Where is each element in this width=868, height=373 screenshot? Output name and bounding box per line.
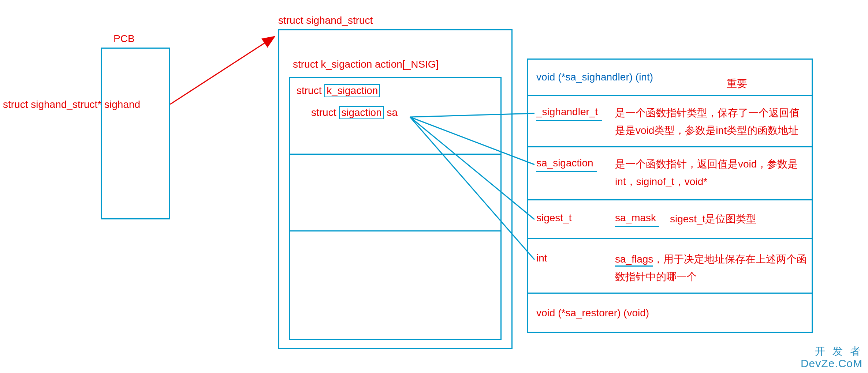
row1-boxed: sigaction — [339, 106, 384, 119]
pcb-title: PCB — [113, 33, 135, 45]
detail-row4-right: sa_flags，用于决定地址保存在上述两个函数指针中的哪一个 — [615, 250, 809, 285]
detail-header-sig: void (*sa_sighandler) (int) — [536, 71, 653, 83]
detail-row2-left: sa_sigaction — [536, 157, 593, 169]
svg-line-1 — [170, 37, 275, 104]
row0-text: struct k_sigaction — [297, 84, 380, 97]
detail-row3-left: sigest_t — [536, 212, 572, 224]
watermark: 开 发 者 DevZe.CoM — [801, 346, 863, 369]
array-divider-2 — [289, 230, 502, 231]
sighand-array-label: struct k_sigaction action[_NSIG] — [293, 59, 439, 70]
detail-row1-left: _sighandler_t — [536, 106, 598, 118]
detail-row1-left-underline — [536, 120, 602, 121]
detail-row3-mid: sa_mask — [615, 212, 656, 224]
detail-important: 重要 — [727, 77, 747, 91]
row0-prefix: struct — [297, 85, 321, 96]
detail-row2-right: 是一个函数指针，返回值是void，参数是int，siginof_t，void* — [615, 155, 809, 190]
detail-row2-left-underline — [536, 171, 597, 172]
watermark-line2: DevZe.CoM — [801, 357, 863, 369]
row0-boxed: k_sigaction — [324, 84, 380, 97]
row1-text: struct sigaction sa — [311, 106, 398, 119]
watermark-line1: 开 发 者 — [801, 346, 863, 357]
row1-prefix: struct — [311, 107, 336, 118]
detail-row1-right: 是一个函数指针类型，保存了一个返回值是是void类型，参数是int类型的函数地址 — [615, 104, 809, 139]
detail-row3-right: sigest_t是位图类型 — [670, 212, 757, 226]
detail-row4-left: int — [536, 252, 547, 264]
pcb-box — [101, 48, 170, 219]
row1-suffix: sa — [387, 107, 398, 118]
detail-row5-full: void (*sa_restorer) (void) — [536, 307, 649, 319]
detail-box — [527, 59, 813, 333]
detail-div-0 — [527, 95, 813, 96]
pcb-member: struct sighand_struct* sighand — [3, 99, 140, 110]
sighand-title: struct sighand_struct — [278, 15, 373, 26]
detail-div-2 — [527, 199, 813, 200]
detail-row4-mid: sa_flags — [615, 253, 653, 267]
detail-div-3 — [527, 238, 813, 239]
array-divider-1 — [289, 154, 502, 155]
detail-row3-mid-underline — [615, 226, 659, 227]
detail-div-1 — [527, 146, 813, 147]
detail-div-4 — [527, 293, 813, 294]
